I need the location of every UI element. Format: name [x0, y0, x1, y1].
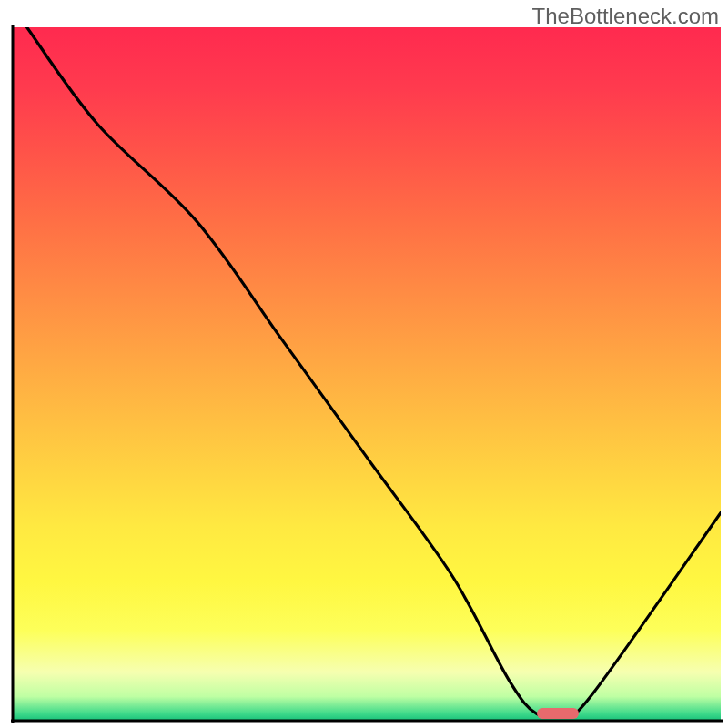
watermark-text: TheBottleneck.com — [532, 4, 719, 29]
chart-container: TheBottleneck.com — [0, 0, 728, 728]
plot-gradient-background — [13, 27, 721, 721]
optimal-marker — [537, 708, 580, 719]
